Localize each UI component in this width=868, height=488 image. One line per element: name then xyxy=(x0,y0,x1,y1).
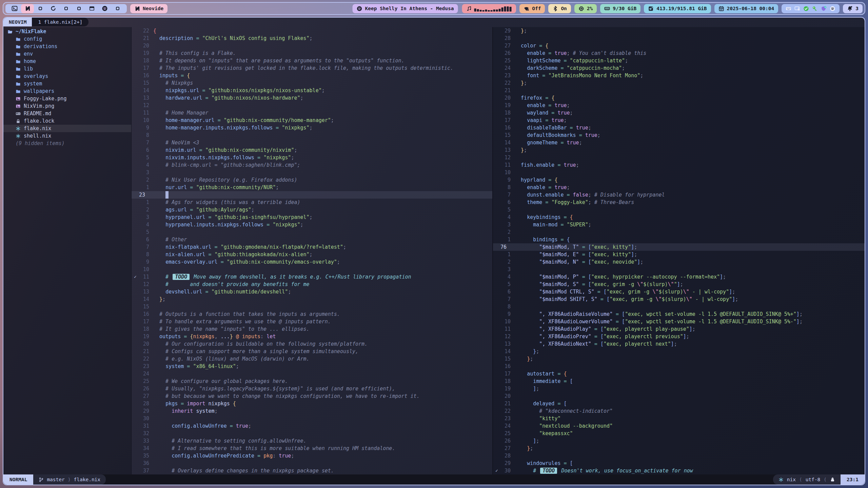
bluetooth-pill[interactable]: On xyxy=(548,4,571,13)
check-circle-icon[interactable] xyxy=(803,6,809,12)
code-line[interactable]: 19 outputs = {nixpkgs, ...} @ inputs: le… xyxy=(132,333,492,340)
tree-item-overlays[interactable]: overlays xyxy=(3,73,131,80)
code-line[interactable]: 11 # Home Manager xyxy=(132,109,492,117)
code-line[interactable]: 9 hyprland = { xyxy=(493,176,865,184)
code-line[interactable]: 4 keybindings = { xyxy=(493,214,865,221)
code-line[interactable]: 10 ", XF86AudioLowerVolume" = ["exec, wp… xyxy=(493,318,865,325)
code-line[interactable]: 1 nur.url = "github:nix-community/NUR"; xyxy=(132,184,492,191)
code-line[interactable]: 20 firefox = { xyxy=(493,94,865,102)
code-line[interactable]: 12 ", XF86AudioPrev" = ["exec, playerctl… xyxy=(493,333,865,340)
code-line[interactable]: 15 # Nixpkgs xyxy=(132,79,492,87)
code-line[interactable]: 22{ xyxy=(132,27,492,35)
code-line[interactable]: 28 xyxy=(493,452,865,460)
code-line[interactable]: 12 xyxy=(493,154,865,161)
code-line[interactable]: 12 xyxy=(132,102,492,109)
code-line[interactable]: 76 "$mainMod, T" = ["exec, kitty"]; xyxy=(493,243,865,251)
code-line[interactable]: 8 xyxy=(493,303,865,310)
code-line[interactable]: 17 # The inputs' git revisions get locke… xyxy=(132,64,492,72)
workspace-7[interactable] xyxy=(85,4,98,13)
tree-item-flake-nix[interactable]: flake.nix xyxy=(3,125,131,132)
tree-item-readme-md[interactable]: README.md xyxy=(3,110,131,117)
code-line[interactable]: 21 xyxy=(493,87,865,94)
tree-item-env[interactable]: env xyxy=(3,50,131,58)
code-line[interactable]: 21 description = "ChUrl's NixOS config u… xyxy=(132,35,492,42)
code-line[interactable]: 16 xyxy=(493,363,865,370)
code-line[interactable]: 31 config.allowUnfree = true; xyxy=(132,422,492,430)
code-line[interactable]: ✓30 # TODO Doesn't work, use focus_on_ac… xyxy=(493,467,865,474)
code-line[interactable]: 8 enable = true; xyxy=(493,184,865,191)
code-line[interactable]: 18 # It depends on "inputs" that are pas… xyxy=(132,57,492,64)
cpu-pill[interactable]: 2% xyxy=(574,4,597,13)
code-line[interactable]: 7 nix-flatpak.url = "github:gmodena/nix-… xyxy=(132,243,492,251)
screenshot-icon[interactable] xyxy=(794,6,800,12)
code-line[interactable]: 19 ]; xyxy=(493,385,865,392)
code-line[interactable]: 25 # We configure our global packages he… xyxy=(132,378,492,385)
code-line[interactable]: 25 lightScheme = "catppuccin-latte"; xyxy=(493,57,865,64)
tree-item-derivations[interactable]: derivations xyxy=(3,43,131,50)
tree-item--nixflake[interactable]: ~/NixFlake xyxy=(3,28,131,35)
tree-item-home[interactable]: home xyxy=(3,58,131,65)
spotify-tray-icon[interactable] xyxy=(830,6,835,12)
code-line[interactable]: 3 main-mod = "SUPER"; xyxy=(493,221,865,228)
code-line[interactable]: 9 ", XF86AudioRaiseVolume" = ["exec, wpc… xyxy=(493,310,865,318)
code-line[interactable]: 23 xyxy=(132,191,492,199)
code-line[interactable]: 17 vaapi = true; xyxy=(493,117,865,124)
code-line[interactable]: ✓11 # TODO Move away from devshell, as i… xyxy=(132,273,492,281)
code-line[interactable]: 5 xyxy=(493,206,865,214)
code-line[interactable]: 18 # It gives the name "inputs" to the .… xyxy=(132,325,492,333)
code-line[interactable]: 20 xyxy=(132,42,492,49)
editor-right[interactable]: 29 };2827 color = {26 enable = true; # Y… xyxy=(493,27,865,474)
workspace-5[interactable] xyxy=(60,4,73,13)
window-title-pill[interactable]: Neovide xyxy=(130,4,167,13)
code-line[interactable]: 3 xyxy=(132,169,492,176)
tree-item-flake-lock[interactable]: flake.lock xyxy=(3,117,131,125)
code-line[interactable]: 16 # Outputs is a function that takes th… xyxy=(132,310,492,318)
code-line[interactable]: 6 "$mainMod CTRL, S" = ["exec, grim -g \… xyxy=(493,288,865,296)
code-line[interactable]: 17 autostart = { xyxy=(493,370,865,378)
code-line[interactable]: 30 xyxy=(132,415,492,422)
code-line[interactable]: 27 # but because we want to change the n… xyxy=(132,392,492,400)
code-line[interactable]: 6 nixvim.url = "github:nix-community/nix… xyxy=(132,146,492,154)
code-line[interactable]: 26 enable = true; # You can't disable th… xyxy=(493,49,865,57)
code-line[interactable]: 15 }; xyxy=(493,355,865,363)
disk-pill[interactable]: 413.19/915.81 GiB xyxy=(644,4,711,13)
code-line[interactable]: 5 xyxy=(132,228,492,236)
code-line[interactable]: 13 devshell.url = "github:numtide/devshe… xyxy=(132,288,492,296)
code-line[interactable]: 24 darkScheme = "catppuccin-mocha"; xyxy=(493,64,865,72)
code-line[interactable]: 20 xyxy=(493,392,865,400)
code-line[interactable]: 23 "kitty" xyxy=(493,415,865,422)
network-pill[interactable]: Off xyxy=(519,4,545,13)
code-line[interactable]: 17 # To handle extra arguments we use th… xyxy=(132,318,492,325)
workspace-1[interactable] xyxy=(8,4,21,13)
visualizer-pill[interactable] xyxy=(462,4,515,13)
editor-left[interactable]: 22{21 description = "ChUrl's NixOS confi… xyxy=(132,27,492,474)
code-line[interactable]: 32 xyxy=(132,430,492,437)
tree-item-foggy-lake-png[interactable]: Foggy-Lake.png xyxy=(3,95,131,102)
tree-item-lib[interactable]: lib xyxy=(3,65,131,73)
code-line[interactable]: 29 }; xyxy=(493,27,865,35)
clock-pill[interactable]: 2025-06-18 00:04 xyxy=(714,4,778,13)
code-line[interactable]: 7 # NeoVim <3 xyxy=(132,139,492,146)
workspace-4[interactable] xyxy=(47,4,60,13)
code-line[interactable]: 11 ", XF86AudioPlay" = ["exec, playerctl… xyxy=(493,325,865,333)
code-line[interactable]: 16 inputs = { xyxy=(132,72,492,79)
code-line[interactable]: 10 xyxy=(493,169,865,176)
code-line[interactable]: 19 enable = true; xyxy=(493,102,865,109)
code-line[interactable]: 1 bindings = { xyxy=(493,236,865,243)
code-line[interactable]: 6 # Other xyxy=(132,236,492,243)
code-line[interactable]: 11 fish.enable = true; xyxy=(493,161,865,169)
code-line[interactable]: 27 color = { xyxy=(493,42,865,49)
code-line[interactable]: 2 ags.url = "github:Aylur/ags"; xyxy=(132,206,492,214)
code-line[interactable]: 9 home-manager.inputs.nixpkgs.follows = … xyxy=(132,124,492,131)
code-line[interactable]: 8 xyxy=(132,131,492,139)
code-line[interactable]: 2 "$mainMod, N" = ["exec, neovide"]; xyxy=(493,258,865,266)
code-line[interactable]: 14 }; xyxy=(132,296,492,303)
tree-item-shell-nix[interactable]: shell.nix xyxy=(3,132,131,140)
code-line[interactable]: 27 }; xyxy=(493,445,865,452)
code-line[interactable]: 23 font = "JetBrainsMono Nerd Font Mono"… xyxy=(493,72,865,79)
code-line[interactable]: 3 xyxy=(493,266,865,273)
code-line[interactable]: 21 delayed = [ xyxy=(493,400,865,407)
media-pill[interactable]: Keep Shelly In Athens - Medusa xyxy=(353,4,458,13)
tree-item-system[interactable]: system xyxy=(3,80,131,87)
code-line[interactable]: 1 "$mainMod, E" = ["exec, kitty"]; xyxy=(493,251,865,258)
